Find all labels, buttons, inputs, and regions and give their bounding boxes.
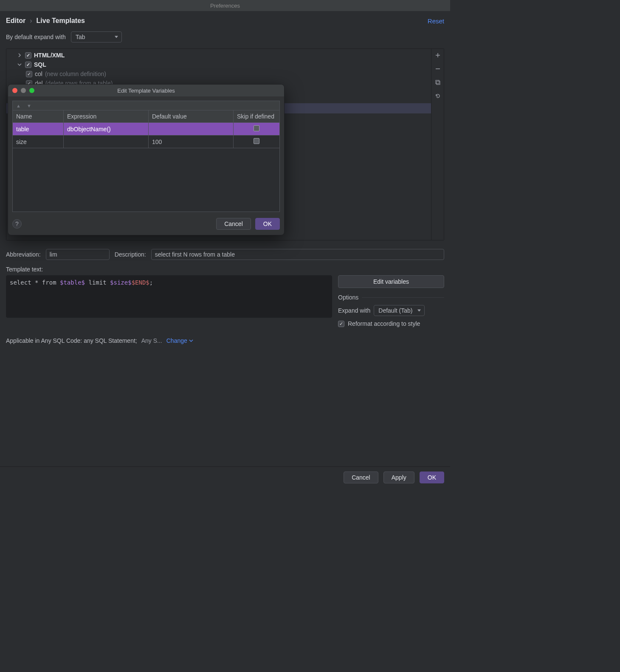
chevron-down-icon xyxy=(189,339,193,343)
cell-skip[interactable] xyxy=(234,136,280,148)
breadcrumb: Editor › Live Templates xyxy=(6,17,85,25)
copy-template-button[interactable] xyxy=(434,79,442,86)
expand-with-option-select[interactable]: Default (Tab) xyxy=(374,305,425,316)
window-traffic-lights xyxy=(12,88,34,93)
table-header-row: Name Expression Default value Skip if de… xyxy=(13,110,280,123)
expand-with-label: By default expand with xyxy=(6,34,66,40)
col-default[interactable]: Default value xyxy=(149,110,234,123)
edit-template-variables-dialog: Edit Template Variables ▲ ▼ Name Express… xyxy=(8,84,285,235)
expand-with-value: Tab xyxy=(76,34,85,40)
modal-cancel-button[interactable]: Cancel xyxy=(216,218,251,230)
reset-link[interactable]: Reset xyxy=(428,17,444,25)
checkbox-sql-group[interactable] xyxy=(25,62,31,68)
abbreviation-value: lim xyxy=(50,251,57,258)
tt-pre: select * from xyxy=(10,279,60,286)
description-input[interactable]: select first N rows from a table xyxy=(151,249,444,260)
template-text-editor[interactable]: select * from $table$ limit $size$$END$; xyxy=(6,275,332,318)
expand-with-select[interactable]: Tab xyxy=(71,31,122,42)
tree-item-col[interactable]: col (new column definition) xyxy=(6,69,431,79)
expand-with-opt-label: Expand with xyxy=(338,307,370,314)
reformat-checkbox[interactable] xyxy=(338,321,344,327)
dialog-bottom-bar: Cancel Apply OK xyxy=(0,466,450,488)
svg-rect-1 xyxy=(437,81,440,85)
table-row[interactable]: table dbObjectName() xyxy=(13,123,280,136)
move-up-icon[interactable]: ▲ xyxy=(16,103,21,108)
description-value: select first N rows from a table xyxy=(155,251,235,258)
reformat-label: Reformat according to style xyxy=(348,320,420,327)
modal-title-bar[interactable]: Edit Template Variables xyxy=(8,85,284,96)
cell-skip[interactable] xyxy=(234,123,280,136)
cell-name[interactable]: size xyxy=(13,136,64,148)
applicable-more: Any S... xyxy=(141,337,162,344)
zoom-window-icon[interactable] xyxy=(29,88,34,93)
options-title-text: Options xyxy=(338,294,358,301)
breadcrumb-live-templates: Live Templates xyxy=(37,17,85,25)
close-window-icon[interactable] xyxy=(12,88,17,93)
tt-end: $END$ xyxy=(132,279,149,286)
cell-expression[interactable]: dbObjectName() xyxy=(64,123,149,136)
add-template-button[interactable] xyxy=(434,51,442,59)
col-name[interactable]: Name xyxy=(13,110,64,123)
checkbox-col[interactable] xyxy=(26,71,32,77)
tree-group-sql[interactable]: SQL xyxy=(6,60,431,69)
tree-item-desc: (new column definition) xyxy=(45,71,106,77)
svg-rect-0 xyxy=(436,80,439,84)
chevron-right-icon xyxy=(17,52,23,58)
cell-expression[interactable] xyxy=(64,136,149,148)
template-text-label: Template text: xyxy=(6,266,444,273)
abbreviation-label: Abbreviation: xyxy=(6,251,41,258)
breadcrumb-editor[interactable]: Editor xyxy=(6,17,25,25)
expand-with-opt-value: Default (Tab) xyxy=(378,307,412,314)
cell-name[interactable]: table xyxy=(13,123,64,136)
skip-checkbox[interactable] xyxy=(254,125,259,131)
apply-button[interactable]: Apply xyxy=(383,472,414,483)
revert-template-button[interactable] xyxy=(434,92,442,100)
edit-variables-button[interactable]: Edit variables xyxy=(338,275,444,288)
table-row[interactable]: size 100 xyxy=(13,136,280,148)
ok-button[interactable]: OK xyxy=(420,472,444,483)
cancel-button[interactable]: Cancel xyxy=(344,472,378,483)
tree-item-abbr: col xyxy=(35,71,42,77)
options-title: Options xyxy=(338,294,444,301)
tree-side-toolbar xyxy=(431,49,444,240)
table-empty-area xyxy=(12,148,280,212)
skip-checkbox[interactable] xyxy=(254,138,259,144)
change-applicability-link[interactable]: Change xyxy=(166,337,193,344)
minimize-window-icon[interactable] xyxy=(21,88,26,93)
tt-var1: $table$ xyxy=(60,279,85,286)
help-button[interactable]: ? xyxy=(12,219,22,229)
cell-default[interactable]: 100 xyxy=(149,136,234,148)
description-label: Description: xyxy=(115,251,146,258)
tt-semi: ; xyxy=(149,279,153,286)
modal-title: Edit Template Variables xyxy=(8,88,284,94)
tree-group-label: HTML/XML xyxy=(34,52,65,59)
chevron-down-icon xyxy=(17,62,23,68)
remove-template-button[interactable] xyxy=(434,65,442,73)
tt-var2: $size$ xyxy=(110,279,132,286)
change-label: Change xyxy=(166,337,187,344)
cell-default[interactable] xyxy=(149,123,234,136)
abbreviation-input[interactable]: lim xyxy=(46,249,110,260)
checkbox-html-group[interactable] xyxy=(25,52,31,59)
tt-mid: limit xyxy=(85,279,110,286)
col-skip[interactable]: Skip if defined xyxy=(234,110,280,123)
col-expression[interactable]: Expression xyxy=(64,110,149,123)
vars-reorder-toolbar: ▲ ▼ xyxy=(12,101,280,110)
chevron-right-icon: › xyxy=(30,17,32,25)
tree-group-label: SQL xyxy=(34,61,46,68)
variables-table[interactable]: Name Expression Default value Skip if de… xyxy=(12,110,280,148)
window-title-bar: Preferences xyxy=(0,0,450,11)
window-title: Preferences xyxy=(210,3,240,9)
applicable-prefix: Applicable in Any SQL Code: any SQL Stat… xyxy=(6,337,137,344)
modal-ok-button[interactable]: OK xyxy=(255,218,280,230)
move-down-icon[interactable]: ▼ xyxy=(27,103,31,108)
tree-group-html[interactable]: HTML/XML xyxy=(6,51,431,60)
